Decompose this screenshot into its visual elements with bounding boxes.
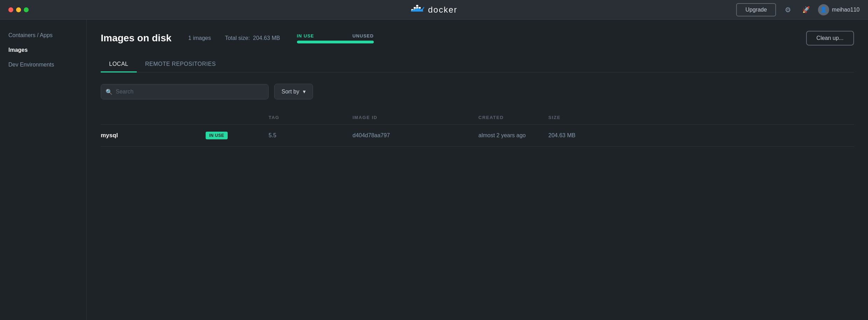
svg-point-7 bbox=[421, 9, 423, 11]
clean-up-button[interactable]: Clean up... bbox=[806, 31, 854, 46]
rocket-icon: 🚀 bbox=[802, 6, 810, 14]
content-area: Images on disk 1 images Total size: 204.… bbox=[87, 20, 868, 320]
search-input[interactable] bbox=[101, 84, 269, 99]
image-name: mysql bbox=[101, 132, 206, 139]
user-icon: 👤 bbox=[820, 6, 827, 13]
window-controls bbox=[8, 7, 29, 12]
sidebar-item-images-label: Images bbox=[8, 47, 28, 53]
page-title: Images on disk bbox=[101, 33, 171, 44]
sidebar: Containers / Apps Images Dev Environment… bbox=[0, 20, 87, 320]
docker-logo: docker bbox=[411, 5, 457, 15]
maximize-button[interactable] bbox=[24, 7, 29, 12]
svg-rect-3 bbox=[414, 7, 416, 9]
header-left: Images on disk 1 images Total size: 204.… bbox=[101, 33, 374, 44]
sidebar-item-dev-environments[interactable]: Dev Environments bbox=[0, 57, 86, 72]
sidebar-item-images[interactable]: Images bbox=[0, 43, 86, 57]
images-count: 1 images bbox=[188, 35, 211, 41]
stats: 1 images Total size: 204.63 MB bbox=[188, 35, 280, 41]
th-created: CREATED bbox=[478, 115, 548, 120]
traffic-lights bbox=[8, 7, 29, 12]
image-created: almost 2 years ago bbox=[478, 132, 548, 139]
th-name bbox=[101, 115, 206, 120]
sidebar-item-dev-environments-label: Dev Environments bbox=[8, 62, 54, 68]
avatar: 👤 bbox=[818, 4, 829, 15]
images-table: TAG IMAGE ID CREATED SIZE mysql IN USE 5… bbox=[101, 111, 854, 147]
total-size: Total size: 204.63 MB bbox=[225, 35, 280, 41]
settings-button[interactable]: ⚙ bbox=[782, 4, 794, 16]
chevron-down-icon: ▾ bbox=[303, 88, 306, 95]
usage-bar bbox=[297, 41, 374, 43]
in-use-badge: IN USE bbox=[206, 132, 228, 139]
th-tag: TAG bbox=[269, 115, 353, 120]
search-wrapper: 🔍 bbox=[101, 84, 269, 99]
th-size: SIZE bbox=[548, 115, 854, 120]
notifications-button[interactable]: 🚀 bbox=[800, 4, 812, 16]
image-tag: 5.5 bbox=[269, 132, 353, 139]
sidebar-item-containers-apps-label: Containers / Apps bbox=[8, 32, 52, 39]
svg-rect-5 bbox=[416, 5, 418, 7]
titlebar: docker Upgrade ⚙ 🚀 👤 meihao110 bbox=[0, 0, 868, 20]
close-button[interactable] bbox=[8, 7, 13, 12]
main-layout: Containers / Apps Images Dev Environment… bbox=[0, 20, 868, 320]
sidebar-item-containers-apps[interactable]: Containers / Apps bbox=[0, 28, 86, 43]
tab-local[interactable]: LOCAL bbox=[101, 57, 137, 72]
user-menu-button[interactable]: 👤 meihao110 bbox=[818, 4, 860, 15]
image-id: d404d78aa797 bbox=[353, 132, 478, 139]
titlebar-center: docker bbox=[411, 5, 457, 15]
docker-text: docker bbox=[428, 5, 457, 15]
table-row[interactable]: mysql IN USE 5.5 d404d78aa797 almost 2 y… bbox=[101, 125, 854, 147]
search-icon: 🔍 bbox=[106, 88, 113, 95]
titlebar-right: Upgrade ⚙ 🚀 👤 meihao110 bbox=[736, 3, 860, 16]
content-header: Images on disk 1 images Total size: 204.… bbox=[101, 31, 854, 46]
usage-bar-container: IN USE UNUSED bbox=[297, 33, 374, 43]
table-header: TAG IMAGE ID CREATED SIZE bbox=[101, 111, 854, 125]
th-badge bbox=[206, 115, 269, 120]
th-image-id: IMAGE ID bbox=[353, 115, 478, 120]
tab-remote-repositories[interactable]: REMOTE REPOSITORIES bbox=[137, 57, 224, 72]
docker-whale-icon bbox=[411, 5, 425, 15]
sort-label: Sort by bbox=[282, 89, 299, 95]
in-use-label: IN USE bbox=[297, 33, 314, 39]
minimize-button[interactable] bbox=[16, 7, 21, 12]
image-size: 204.63 MB bbox=[548, 132, 854, 139]
username-label: meihao110 bbox=[832, 7, 860, 13]
filter-bar: 🔍 Sort by ▾ bbox=[101, 84, 854, 99]
tabs: LOCAL REMOTE REPOSITORIES bbox=[101, 57, 854, 72]
image-badge-col: IN USE bbox=[206, 132, 269, 139]
sort-button[interactable]: Sort by ▾ bbox=[274, 84, 313, 99]
unused-label: UNUSED bbox=[353, 33, 374, 39]
usage-labels: IN USE UNUSED bbox=[297, 33, 374, 39]
gear-icon: ⚙ bbox=[785, 6, 791, 14]
upgrade-button[interactable]: Upgrade bbox=[736, 3, 776, 16]
in-use-bar bbox=[297, 41, 374, 43]
